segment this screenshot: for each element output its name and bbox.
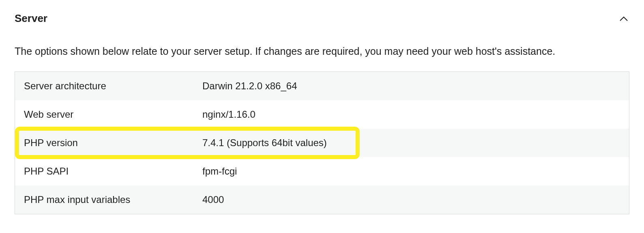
table-row: PHP max input variables 4000 xyxy=(15,186,629,214)
row-value: nginx/1.16.0 xyxy=(202,109,255,120)
row-label: PHP max input variables xyxy=(24,194,202,205)
row-value: fpm-fcgi xyxy=(202,166,237,177)
section-description: The options shown below relate to your s… xyxy=(15,44,629,58)
table-row: Web server nginx/1.16.0 xyxy=(15,100,629,129)
server-info-table: Server architecture Darwin 21.2.0 x86_64… xyxy=(15,71,629,214)
table-row-highlighted: PHP version 7.4.1 (Supports 64bit values… xyxy=(15,129,629,157)
chevron-up-icon xyxy=(619,16,628,22)
row-value: 7.4.1 (Supports 64bit values) xyxy=(202,137,327,149)
row-value: Darwin 21.2.0 x86_64 xyxy=(202,80,297,92)
row-label: PHP SAPI xyxy=(24,166,202,177)
table-row: Server architecture Darwin 21.2.0 x86_64 xyxy=(15,72,629,100)
row-label: Web server xyxy=(24,109,202,120)
row-value: 4000 xyxy=(202,194,224,205)
row-label: PHP version xyxy=(24,137,202,149)
table-row: PHP SAPI fpm-fcgi xyxy=(15,157,629,186)
row-label: Server architecture xyxy=(24,80,202,92)
section-title: Server xyxy=(15,12,47,25)
collapse-toggle[interactable] xyxy=(618,13,629,24)
section-header: Server xyxy=(15,12,629,25)
